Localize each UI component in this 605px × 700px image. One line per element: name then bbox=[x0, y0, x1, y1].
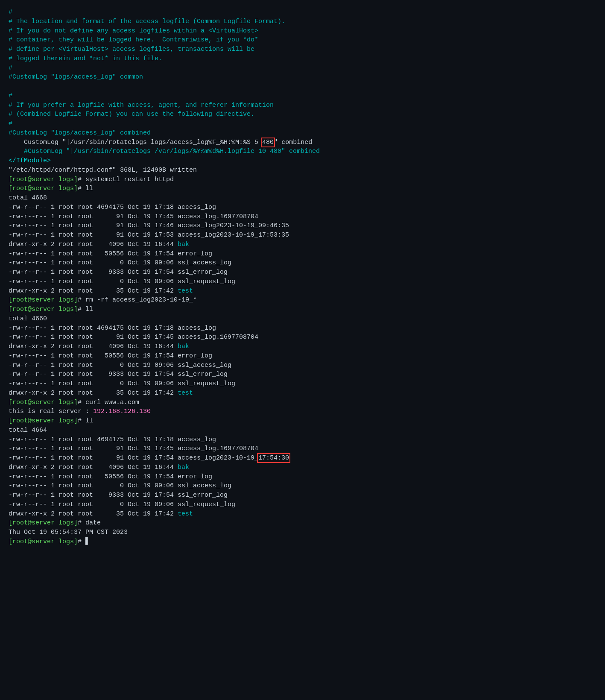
line-52: -rw-r--r-- 1 root root 0 Oct 19 09:06 ss… bbox=[9, 481, 596, 491]
line-26: drwxr-xr-x 2 root root 4096 Oct 19 16:44… bbox=[9, 240, 596, 249]
line-21: total 4668 bbox=[9, 193, 596, 203]
line-43: [root@server logs]# curl www.a.com bbox=[9, 398, 596, 407]
line-17: </IfModule> bbox=[9, 156, 596, 166]
line-18: "/etc/httpd/conf/httpd.conf" 368L, 12490… bbox=[9, 166, 596, 175]
line-41: -rw-r--r-- 1 root root 0 Oct 19 09:06 ss… bbox=[9, 379, 596, 389]
line-9 bbox=[9, 82, 596, 91]
line-16: #CustomLog "|/usr/sbin/rotatelogs /var/l… bbox=[9, 147, 596, 156]
line-55: drwxr-xr-x 2 root root 35 Oct 19 17:42 t… bbox=[9, 510, 596, 519]
line-50: drwxr-xr-x 2 root root 4096 Oct 19 16:44… bbox=[9, 463, 596, 472]
line-3: # If you do not define any access logfil… bbox=[9, 26, 596, 36]
line-4: # container, they will be logged here. C… bbox=[9, 35, 596, 45]
line-5: # define per-<VirtualHost> access logfil… bbox=[9, 45, 596, 54]
line-19: [root@server logs]# systemctl restart ht… bbox=[9, 175, 596, 185]
line-12: # (Combined Logfile Format) you can use … bbox=[9, 110, 596, 119]
line-25: -rw-r--r-- 1 root root 91 Oct 19 17:53 a… bbox=[9, 231, 596, 240]
line-13: # bbox=[9, 119, 596, 129]
line-28: -rw-r--r-- 1 root root 0 Oct 19 09:06 ss… bbox=[9, 258, 596, 268]
line-35: -rw-r--r-- 1 root root 4694175 Oct 19 17… bbox=[9, 324, 596, 333]
line-51: -rw-r--r-- 1 root root 50556 Oct 19 17:5… bbox=[9, 472, 596, 482]
line-1: # bbox=[9, 8, 596, 17]
line-33: [root@server logs]# ll bbox=[9, 305, 596, 314]
line-56: [root@server logs]# date bbox=[9, 518, 596, 528]
line-37: drwxr-xr-x 2 root root 4096 Oct 19 16:44… bbox=[9, 342, 596, 351]
line-32: [root@server logs]# rm -rf access_log202… bbox=[9, 296, 596, 305]
line-54: -rw-r--r-- 1 root root 0 Oct 19 09:06 ss… bbox=[9, 500, 596, 510]
line-20: [root@server logs]# ll bbox=[9, 184, 596, 193]
line-2: # The location and format of the access … bbox=[9, 17, 596, 26]
line-10: # bbox=[9, 91, 596, 101]
line-31: drwxr-xr-x 2 root root 35 Oct 19 17:42 t… bbox=[9, 287, 596, 296]
line-23: -rw-r--r-- 1 root root 91 Oct 19 17:45 a… bbox=[9, 212, 596, 222]
line-27: -rw-r--r-- 1 root root 50556 Oct 19 17:5… bbox=[9, 249, 596, 259]
line-8: #CustomLog "logs/access_log" common bbox=[9, 73, 596, 82]
line-11: # If you prefer a logfile with access, a… bbox=[9, 101, 596, 110]
line-42: drwxr-xr-x 2 root root 35 Oct 19 17:42 t… bbox=[9, 389, 596, 398]
line-39: -rw-r--r-- 1 root root 0 Oct 19 09:06 ss… bbox=[9, 361, 596, 370]
terminal-window: # # The location and format of the acces… bbox=[9, 8, 596, 547]
line-38: -rw-r--r-- 1 root root 50556 Oct 19 17:5… bbox=[9, 351, 596, 361]
line-48: -rw-r--r-- 1 root root 91 Oct 19 17:45 a… bbox=[9, 444, 596, 454]
line-45: [root@server logs]# ll bbox=[9, 416, 596, 426]
line-7: # bbox=[9, 64, 596, 73]
line-22: -rw-r--r-- 1 root root 4694175 Oct 19 17… bbox=[9, 203, 596, 212]
line-14: #CustomLog "logs/access_log" combined bbox=[9, 129, 596, 138]
line-58: [root@server logs]# ▋ bbox=[9, 537, 596, 547]
line-30: -rw-r--r-- 1 root root 0 Oct 19 09:06 ss… bbox=[9, 277, 596, 287]
line-46: total 4664 bbox=[9, 426, 596, 435]
line-57: Thu Oct 19 05:54:37 PM CST 2023 bbox=[9, 528, 596, 537]
line-36: -rw-r--r-- 1 root root 91 Oct 19 17:45 a… bbox=[9, 333, 596, 342]
line-24: -rw-r--r-- 1 root root 91 Oct 19 17:46 a… bbox=[9, 221, 596, 231]
line-49: -rw-r--r-- 1 root root 91 Oct 19 17:54 a… bbox=[9, 454, 596, 463]
line-53: -rw-r--r-- 1 root root 9333 Oct 19 17:54… bbox=[9, 491, 596, 500]
line-34: total 4660 bbox=[9, 314, 596, 324]
line-29: -rw-r--r-- 1 root root 9333 Oct 19 17:54… bbox=[9, 268, 596, 277]
line-6: # logged therein and *not* in this file. bbox=[9, 54, 596, 64]
line-47: -rw-r--r-- 1 root root 4694175 Oct 19 17… bbox=[9, 435, 596, 445]
line-44: this is real server : 192.168.126.130 bbox=[9, 407, 596, 416]
line-15: CustomLog "|/usr/sbin/rotatelogs logs/ac… bbox=[9, 138, 596, 147]
line-40: -rw-r--r-- 1 root root 9333 Oct 19 17:54… bbox=[9, 370, 596, 379]
